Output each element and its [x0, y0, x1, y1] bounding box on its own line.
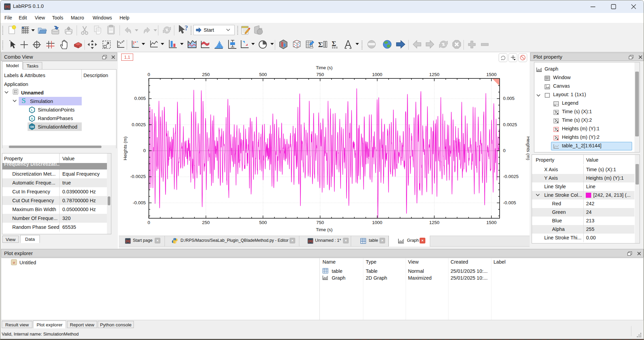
svg-text:R: R — [31, 117, 33, 120]
svg-text:?: ? — [185, 25, 188, 32]
svg-text:L: L — [31, 108, 33, 112]
svg-text:0: 0 — [147, 72, 150, 77]
svg-text:500: 500 — [259, 220, 267, 225]
svg-text:500: 500 — [259, 72, 267, 77]
svg-text:0: 0 — [503, 148, 506, 153]
svg-text:1500: 1500 — [486, 72, 497, 77]
svg-text:0: 0 — [143, 148, 146, 153]
svg-text:750: 750 — [316, 72, 324, 77]
svg-text:1250: 1250 — [429, 72, 439, 77]
svg-text:1500: 1500 — [486, 220, 497, 225]
svg-text:0.0025: 0.0025 — [132, 122, 146, 127]
svg-text:1000: 1000 — [372, 220, 382, 225]
svg-text:1000: 1000 — [372, 72, 382, 77]
svg-text:-0.005: -0.005 — [133, 200, 146, 205]
svg-text:0.005: 0.005 — [134, 96, 146, 101]
svg-text:-0.0025: -0.0025 — [130, 174, 146, 179]
svg-text:Σ: Σ — [318, 40, 323, 49]
svg-text:Time (s): Time (s) — [316, 65, 333, 70]
svg-text:Heights (m): Heights (m) — [526, 136, 530, 160]
svg-text:750: 750 — [316, 220, 324, 225]
svg-text:250: 250 — [202, 220, 210, 225]
svg-text:1250: 1250 — [429, 220, 439, 225]
svg-text:0: 0 — [147, 220, 150, 225]
svg-text:SM: SM — [30, 125, 34, 129]
svg-text:α: α — [13, 260, 15, 264]
svg-text:Time (s): Time (s) — [316, 227, 333, 232]
svg-text:Σ: Σ — [332, 40, 336, 47]
svg-text:Heights (m): Heights (m) — [123, 136, 128, 160]
svg-text:0.005: 0.005 — [503, 96, 515, 101]
svg-text:-0.0025: -0.0025 — [503, 174, 519, 179]
svg-text:0.0025: 0.0025 — [503, 122, 517, 127]
svg-text:-0.005: -0.005 — [503, 200, 516, 205]
svg-text:250: 250 — [202, 72, 210, 77]
